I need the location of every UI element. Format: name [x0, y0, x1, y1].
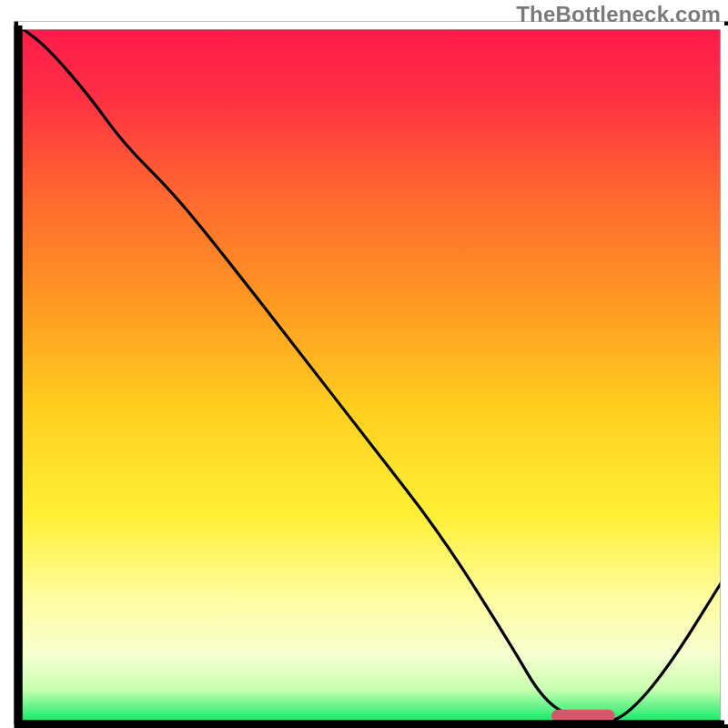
bottleneck-chart	[0, 0, 728, 728]
chart-container: TheBottleneck.com	[0, 0, 728, 728]
gradient-background	[18, 25, 724, 724]
plot-area	[18, 25, 724, 724]
watermark-text: TheBottleneck.com	[516, 2, 721, 27]
